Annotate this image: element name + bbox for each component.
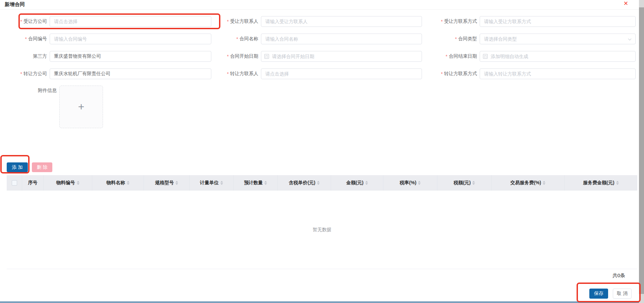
column-header-seq: 序号 [22,175,44,191]
transferee-contact-input[interactable] [261,16,422,27]
contract-start-date-label: *合同开始日期 [225,53,258,59]
field-transferee-company: *受让方公司 [13,16,211,27]
field-contract-end-date: *合同结束日期 [440,51,636,62]
transferor-contact-info-label: *转让方联系方式 [440,71,477,77]
contract-no-label: *合同编号 [13,36,47,42]
transferee-contact-info-input[interactable] [480,16,636,27]
add-row-button[interactable]: 添 加 [7,162,28,172]
transferee-contact-info-label: *受让方联系方式 [440,18,477,24]
attachment-label: 附件信息 [23,88,57,94]
dialog-header: 新增合同 ✕ [0,0,639,10]
required-asterisk: * [25,36,27,42]
select-all-checkbox[interactable] [12,180,17,186]
sort-icon[interactable] [472,181,475,185]
required-asterisk: * [227,71,229,77]
calendar-icon [483,54,488,59]
calendar-icon [264,54,269,59]
scrollbar-thumb[interactable] [639,7,644,294]
transferor-contact-info-input[interactable] [480,68,636,79]
column-header-material-name[interactable]: 物料名称 [92,175,144,191]
column-header-service-fee-pct[interactable]: 交易服务费(%) [492,175,565,191]
required-asterisk: * [20,71,22,77]
sort-icon[interactable] [175,181,178,185]
contract-name-input[interactable] [261,34,422,44]
contract-end-date-label: *合同结束日期 [440,53,477,59]
close-icon[interactable]: ✕ [624,0,628,7]
column-header-material-no[interactable]: 物料编号 [44,175,92,191]
attachment-upload-button[interactable]: + [59,86,103,128]
sort-icon[interactable] [77,181,79,185]
transferor-contact-input[interactable] [261,68,422,79]
column-header-amount[interactable]: 金额(元) [331,175,383,191]
bottom-page-strip [0,301,639,303]
required-asterisk: * [20,19,22,24]
transferor-company-input[interactable] [50,68,211,79]
field-contract-type: *合同类型 [440,34,636,44]
field-attachment: 附件信息 + [23,86,103,128]
vertical-scrollbar[interactable] [639,0,644,303]
sort-icon[interactable] [127,181,129,185]
delete-row-button[interactable]: 删 除 [32,162,52,172]
plus-icon: + [78,101,85,113]
required-asterisk: * [236,36,238,42]
field-transferor-contact: *转让方联系人 [225,68,422,79]
field-transferor-contact-info: *转让方联系方式 [440,68,636,79]
total-count: 共0条 [612,272,625,279]
sort-icon[interactable] [616,181,619,185]
required-asterisk: * [227,19,229,24]
field-contract-no: *合同编号 [13,34,211,44]
empty-data-text: 暂无数据 [313,227,331,233]
sort-icon[interactable] [220,181,223,185]
header-checkbox-cell [7,175,22,191]
transferor-contact-label: *转让方联系人 [225,71,258,77]
column-header-service-fee-amount[interactable]: 服务费金额(元) [565,175,637,191]
detail-table-body: 暂无数据 [7,191,637,269]
column-header-unit-price-incl-tax[interactable]: 含税单价(元) [278,175,331,191]
required-asterisk: * [455,36,457,42]
column-header-tax-rate[interactable]: 税率(%) [383,175,437,191]
contract-name-label: *合同名称 [225,36,258,42]
transferee-company-label: *受让方公司 [13,18,47,24]
contract-end-date-input[interactable] [480,51,636,62]
transferee-contact-label: *受让方联系人 [225,18,258,24]
field-contract-name: *合同名称 [225,34,422,44]
chevron-down-icon[interactable] [628,38,632,41]
sort-icon[interactable] [365,181,368,185]
required-asterisk: * [227,54,229,59]
third-party-label: 第三方 [13,53,47,59]
column-header-unit[interactable]: 计量单位 [190,175,234,191]
required-asterisk: * [441,71,443,77]
field-third-party: 第三方 [13,51,211,62]
contract-type-label: *合同类型 [440,36,477,42]
cancel-button[interactable]: 取 消 [613,289,632,299]
save-button[interactable]: 保存 [589,289,608,299]
required-asterisk: * [441,19,443,24]
third-party-input[interactable] [50,51,211,62]
sort-icon[interactable] [264,181,267,185]
dialog-title: 新增合同 [5,1,25,8]
contract-start-date-input[interactable] [261,51,422,62]
required-asterisk: * [446,54,447,59]
field-contract-start-date: *合同开始日期 [225,51,422,62]
sort-icon[interactable] [317,181,320,185]
field-transferee-contact: *受让方联系人 [225,16,422,27]
field-transferee-contact-info: *受让方联系方式 [440,16,636,27]
transferee-company-input[interactable] [50,16,211,27]
transferor-company-label: *转让方公司 [13,71,47,77]
contract-no-input[interactable] [50,34,211,44]
field-transferor-company: *转让方公司 [13,68,211,79]
column-header-expected-qty[interactable]: 预计数量 [234,175,278,191]
contract-type-select[interactable] [480,34,636,44]
column-header-spec-model[interactable]: 规格型号 [144,175,190,191]
sort-icon[interactable] [543,181,545,185]
detail-table-header: 序号 物料编号 物料名称 规格型号 计量单位 预计数量 含税单价(元) 金额(元… [7,175,637,191]
column-header-tax-amount[interactable]: 税额(元) [437,175,492,191]
sort-icon[interactable] [418,181,421,185]
